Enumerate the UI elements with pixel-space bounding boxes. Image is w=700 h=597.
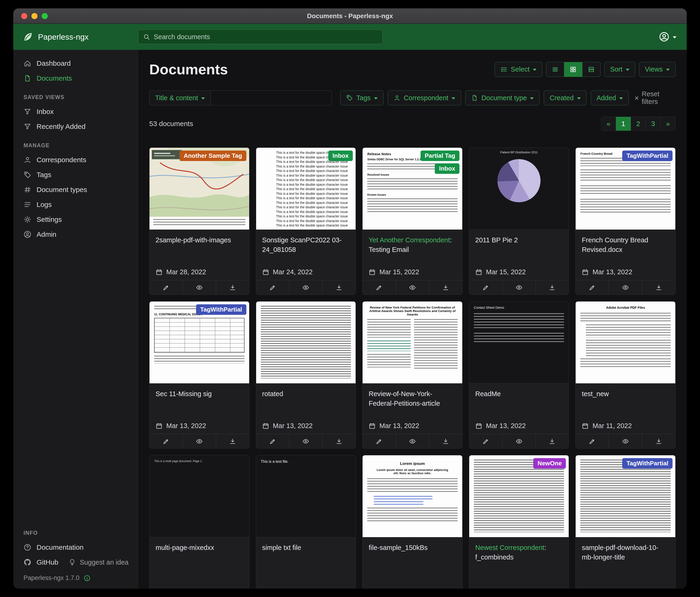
pagination-prev[interactable]: « (601, 117, 616, 131)
tag-badge[interactable]: NewOne (533, 458, 566, 469)
user-menu[interactable] (659, 31, 687, 42)
view-button[interactable] (289, 434, 322, 448)
correspondent-filter-dropdown[interactable]: Correspondent (388, 90, 461, 105)
added-filter-dropdown[interactable]: Added (591, 90, 629, 105)
sidebar-item-logs[interactable]: Logs (13, 197, 138, 212)
sidebar-item-document-types[interactable]: Document types (13, 182, 138, 197)
edit-button[interactable] (150, 280, 182, 294)
tag-badge[interactable]: Another Sample Tag (179, 150, 246, 161)
document-title[interactable]: ReadMe (475, 389, 563, 399)
tag-badge[interactable]: TagWithPartial (622, 150, 673, 161)
grid-view-button[interactable] (564, 62, 582, 77)
document-title[interactable]: French Country Bread Revised.docx (582, 235, 669, 254)
document-title[interactable]: Sec 11-Missing sig (155, 389, 243, 399)
sidebar-item-suggest-idea[interactable]: Suggest an idea (69, 558, 128, 566)
document-thumbnail[interactable]: Inbox This is a test for the double spac… (256, 148, 356, 230)
document-thumbnail[interactable]: Adobe Acrobat PDF Files (576, 302, 675, 384)
edit-button[interactable] (576, 280, 609, 294)
views-dropdown[interactable]: Views (639, 62, 676, 77)
sidebar-item-admin[interactable]: Admin (13, 227, 138, 242)
sidebar-item-inbox[interactable]: Inbox (13, 104, 138, 119)
edit-button[interactable] (362, 280, 396, 294)
sidebar-item-dashboard[interactable]: Dashboard (13, 56, 138, 71)
select-dropdown[interactable]: Select (495, 62, 542, 77)
document-title[interactable]: file-sample_150kBs (369, 543, 456, 552)
pagination-next[interactable]: » (661, 117, 676, 131)
tag-badge[interactable]: Inbox (435, 163, 459, 174)
reset-filters-button[interactable]: × Reset filters (633, 90, 676, 105)
edit-button[interactable] (576, 434, 609, 448)
app-logo[interactable]: Paperless-ngx (13, 31, 138, 42)
document-title[interactable]: Sonstige ScanPC2022 03-24_081058 (262, 235, 350, 254)
download-button[interactable] (535, 434, 569, 448)
download-button[interactable] (429, 434, 462, 448)
document-thumbnail[interactable]: Lorem ipsum Lorem ipsum dolor sit amet, … (362, 455, 462, 538)
view-button[interactable] (289, 280, 322, 294)
edit-button[interactable] (256, 434, 289, 448)
document-title[interactable]: Yet Another Correspondent: Testing Email (369, 235, 456, 254)
pagination-page-1[interactable]: 1 (616, 117, 631, 131)
document-title[interactable]: Newest Correspondent: f_combineds (475, 543, 563, 562)
document-thumbnail[interactable]: Contact Sheet Demo (469, 302, 569, 384)
tags-filter-dropdown[interactable]: Tags (340, 90, 383, 105)
document-thumbnail[interactable]: This is a multi page document. Page 1. (150, 455, 249, 538)
document-thumbnail[interactable]: TagWithPartial 11. CONTINUING MEDICAL ED… (150, 302, 249, 384)
view-button[interactable] (502, 434, 535, 448)
pagination-page-2[interactable]: 2 (631, 117, 646, 131)
download-button[interactable] (535, 280, 569, 294)
download-button[interactable] (322, 280, 356, 294)
search-input[interactable] (154, 33, 378, 41)
document-title[interactable]: test_new (582, 389, 669, 399)
sidebar-item-correspondents[interactable]: Correspondents (13, 152, 138, 167)
download-button[interactable] (642, 280, 675, 294)
title-content-dropdown[interactable]: Title & content (149, 90, 211, 105)
view-button[interactable] (502, 280, 535, 294)
download-button[interactable] (322, 434, 356, 448)
detail-view-button[interactable] (582, 62, 601, 77)
title-content-filter-input[interactable] (211, 90, 332, 105)
global-search[interactable] (138, 30, 383, 44)
document-thumbnail[interactable]: TagWithPartial French Country Bread (576, 148, 675, 230)
document-title[interactable]: Review-of-New-York-Federal-Petitions-art… (369, 389, 456, 408)
edit-button[interactable] (469, 280, 502, 294)
download-button[interactable] (642, 434, 675, 448)
created-filter-dropdown[interactable]: Created (544, 90, 586, 105)
document-thumbnail[interactable]: This is a test file. (256, 455, 356, 538)
document-thumbnail[interactable]: NewOne (469, 455, 569, 538)
sidebar-item-documents[interactable]: Documents (13, 71, 138, 86)
window-zoom-button[interactable] (42, 13, 48, 19)
correspondent-link[interactable]: Yet Another Correspondent (369, 236, 450, 244)
document-thumbnail[interactable] (256, 302, 356, 384)
window-titlebar[interactable]: Documents - Paperless-ngx (13, 8, 687, 24)
document-title[interactable]: multi-page-mixedxx (155, 543, 243, 552)
window-minimize-button[interactable] (31, 13, 38, 19)
document-thumbnail[interactable]: Review of New York Federal Petitions for… (362, 302, 462, 384)
tag-badge[interactable]: Inbox (328, 150, 353, 161)
view-button[interactable] (609, 280, 642, 294)
list-view-button[interactable] (546, 62, 564, 77)
window-close-button[interactable] (21, 13, 27, 19)
document-thumbnail[interactable]: Another Sample Tag (150, 148, 249, 230)
sidebar-item-github[interactable]: GitHub (13, 555, 58, 570)
tag-badge[interactable]: TagWithPartial (622, 458, 673, 469)
document-title[interactable]: simple txt file (262, 543, 350, 552)
edit-button[interactable] (150, 434, 182, 448)
sort-dropdown[interactable]: Sort (604, 62, 635, 77)
document-title[interactable]: sample-pdf-download-10-mb-longer-title (582, 543, 669, 562)
download-button[interactable] (429, 280, 462, 294)
sidebar-item-recently-added[interactable]: Recently Added (13, 119, 138, 134)
document-title[interactable]: rotated (262, 389, 350, 399)
view-button[interactable] (182, 280, 216, 294)
document-thumbnail[interactable]: Patient BP Distribution 2011 (469, 148, 569, 230)
view-button[interactable] (396, 280, 429, 294)
edit-button[interactable] (469, 434, 502, 448)
sidebar-item-documentation[interactable]: Documentation (13, 540, 138, 555)
download-button[interactable] (216, 280, 249, 294)
sidebar-item-settings[interactable]: Settings (13, 212, 138, 227)
document-type-filter-dropdown[interactable]: Document type (465, 90, 540, 105)
view-button[interactable] (182, 434, 216, 448)
edit-button[interactable] (256, 280, 289, 294)
view-button[interactable] (396, 434, 429, 448)
sidebar-item-tags[interactable]: Tags (13, 167, 138, 182)
pagination-page-3[interactable]: 3 (646, 117, 661, 131)
